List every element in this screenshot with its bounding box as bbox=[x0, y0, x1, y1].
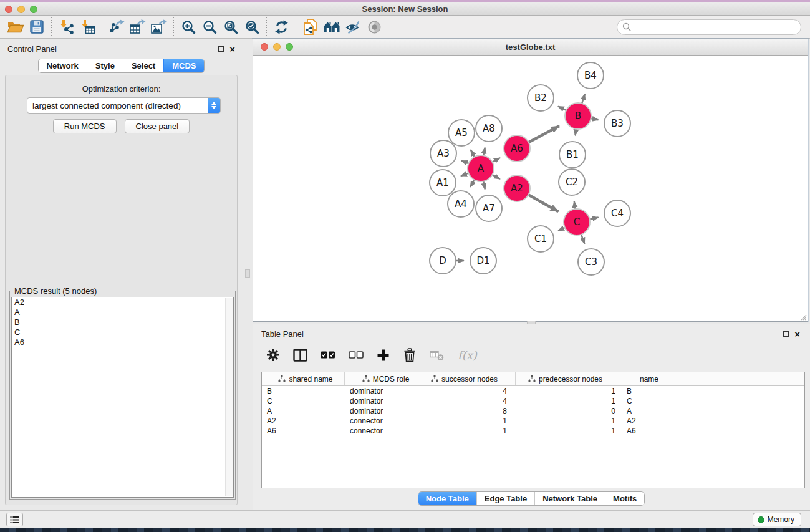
minimize-window-button[interactable] bbox=[17, 6, 25, 13]
network-zoom-button[interactable] bbox=[286, 43, 293, 51]
column-header-shared-name[interactable]: shared name bbox=[262, 372, 345, 385]
list-item[interactable]: A2 bbox=[12, 297, 233, 307]
table-cell[interactable]: A bbox=[262, 406, 345, 416]
zoom-in-icon[interactable] bbox=[178, 17, 199, 36]
export-image-icon[interactable] bbox=[148, 17, 170, 36]
table-row[interactable]: Bdominator41B bbox=[262, 386, 804, 396]
table-cell[interactable]: A6 bbox=[262, 426, 345, 436]
graph-edge-A2-C[interactable] bbox=[528, 195, 558, 211]
graph-edge-C-C2[interactable] bbox=[574, 201, 576, 209]
graph-edge-A-A1[interactable] bbox=[461, 173, 468, 176]
graph-node-D1[interactable]: D1 bbox=[470, 248, 496, 274]
graph-node-C3[interactable]: C3 bbox=[578, 249, 604, 275]
graph-edge-B-B4[interactable] bbox=[582, 94, 585, 104]
splitter-grip[interactable] bbox=[245, 269, 250, 278]
memory-button[interactable]: Memory bbox=[753, 513, 801, 526]
select-all-icon[interactable] bbox=[321, 351, 335, 359]
table-cell[interactable]: connector bbox=[345, 416, 422, 426]
graph-node-A7[interactable]: A7 bbox=[476, 195, 502, 221]
table-cell[interactable]: B bbox=[619, 386, 672, 396]
table-cell[interactable]: B bbox=[262, 386, 345, 396]
search-input[interactable] bbox=[632, 21, 796, 33]
list-item[interactable]: A6 bbox=[12, 337, 233, 347]
graph-node-C[interactable]: C bbox=[564, 209, 590, 235]
tab-node-table[interactable]: Node Table bbox=[418, 492, 476, 505]
table-cell[interactable]: A6 bbox=[619, 426, 672, 436]
network-minimize-button[interactable] bbox=[273, 43, 281, 51]
tab-edge-table[interactable]: Edge Table bbox=[476, 492, 534, 505]
import-table-icon[interactable] bbox=[77, 17, 98, 36]
import-network-icon[interactable] bbox=[55, 17, 77, 36]
tab-mcds[interactable]: MCDS bbox=[163, 59, 204, 72]
table-cell[interactable]: C bbox=[619, 396, 672, 406]
graph-node-B2[interactable]: B2 bbox=[528, 85, 554, 111]
horizontal-splitter[interactable] bbox=[253, 322, 810, 324]
table-cell[interactable]: dominator bbox=[345, 386, 422, 396]
graph-edge-A-A8[interactable] bbox=[483, 147, 485, 155]
network-canvas[interactable]: AA1A2A3A4A5A6A7A8BB1B2B3B4CC1C2C3C4DD1 bbox=[253, 56, 808, 321]
graph-node-D[interactable]: D bbox=[430, 248, 456, 274]
tab-style[interactable]: Style bbox=[87, 59, 123, 72]
graph-node-B1[interactable]: B1 bbox=[559, 142, 586, 168]
table-row[interactable]: Cdominator41C bbox=[262, 396, 804, 406]
tab-network-table[interactable]: Network Table bbox=[534, 492, 605, 505]
graph-edge-A-A4[interactable] bbox=[470, 180, 475, 187]
table-cell[interactable]: 1 bbox=[516, 416, 619, 426]
graph-edge-C-C3[interactable] bbox=[581, 235, 584, 244]
graph-node-B[interactable]: B bbox=[565, 103, 591, 129]
resize-grip-icon[interactable] bbox=[799, 313, 807, 321]
table-cell[interactable]: connector bbox=[345, 426, 422, 436]
delete-table-icon[interactable] bbox=[430, 349, 445, 361]
close-panel-icon[interactable]: × bbox=[229, 46, 235, 52]
list-item[interactable]: B bbox=[12, 317, 233, 327]
table-cell[interactable]: A2 bbox=[619, 416, 672, 426]
graph-node-A6[interactable]: A6 bbox=[504, 135, 530, 162]
column-header-successor-nodes[interactable]: successor nodes bbox=[422, 372, 516, 385]
eye-icon[interactable] bbox=[364, 17, 385, 36]
graph-node-C1[interactable]: C1 bbox=[528, 226, 554, 252]
close-panel-button[interactable]: Close panel bbox=[125, 119, 190, 133]
zoom-selected-icon[interactable] bbox=[241, 17, 263, 36]
zoom-out-icon[interactable] bbox=[199, 17, 220, 36]
table-cell[interactable]: 8 bbox=[422, 406, 516, 416]
graph-node-A2[interactable]: A2 bbox=[504, 175, 530, 201]
table-cell[interactable]: 1 bbox=[422, 416, 516, 426]
network-window-titlebar[interactable]: testGlobe.txt bbox=[253, 39, 808, 56]
close-panel-icon[interactable]: × bbox=[794, 331, 800, 337]
graph-edge-C-C1[interactable] bbox=[558, 228, 565, 231]
document-network-icon[interactable] bbox=[300, 17, 321, 36]
export-network-icon[interactable] bbox=[106, 17, 127, 36]
mcds-result-list[interactable]: A2 A B C A6 bbox=[11, 297, 234, 498]
table-cell[interactable]: 1 bbox=[516, 386, 619, 396]
save-floppy-icon[interactable] bbox=[26, 17, 47, 36]
graph-edge-A-A2[interactable] bbox=[492, 175, 500, 179]
graph-edge-A-A6[interactable] bbox=[492, 158, 500, 162]
table-row[interactable]: A2connector11A2 bbox=[262, 416, 804, 426]
trash-icon[interactable] bbox=[403, 348, 417, 362]
graph-node-A4[interactable]: A4 bbox=[448, 191, 474, 217]
table-cell[interactable]: C bbox=[262, 396, 345, 406]
scrollbar-track[interactable] bbox=[225, 298, 233, 496]
tab-motifs[interactable]: Motifs bbox=[605, 492, 644, 505]
graph-edge-A6-B[interactable] bbox=[529, 126, 559, 142]
graph-node-A5[interactable]: A5 bbox=[448, 120, 475, 146]
zoom-fit-icon[interactable] bbox=[220, 17, 241, 36]
table-row[interactable]: Adominator80A bbox=[262, 406, 804, 416]
column-header-mcds-role[interactable]: MCDS role bbox=[345, 372, 422, 385]
search-box[interactable] bbox=[617, 19, 801, 35]
criterion-dropdown[interactable]: largest connected component (directed) bbox=[27, 97, 221, 114]
list-item[interactable]: C bbox=[12, 327, 233, 337]
graph-node-A[interactable]: A bbox=[468, 155, 494, 181]
splitter-grip[interactable] bbox=[527, 321, 536, 324]
table-cell[interactable]: A bbox=[619, 406, 672, 416]
houses-icon[interactable] bbox=[321, 17, 342, 36]
table-cell[interactable]: dominator bbox=[345, 396, 422, 406]
table-cell[interactable]: 0 bbox=[516, 406, 619, 416]
table-cell[interactable]: 1 bbox=[422, 426, 516, 436]
graph-edge-B-B1[interactable] bbox=[576, 129, 577, 136]
deselect-all-icon[interactable] bbox=[349, 351, 364, 359]
graph-node-C4[interactable]: C4 bbox=[604, 200, 630, 226]
table-cell[interactable]: 4 bbox=[422, 386, 516, 396]
add-icon[interactable] bbox=[377, 349, 390, 362]
graph-node-B3[interactable]: B3 bbox=[604, 110, 630, 137]
